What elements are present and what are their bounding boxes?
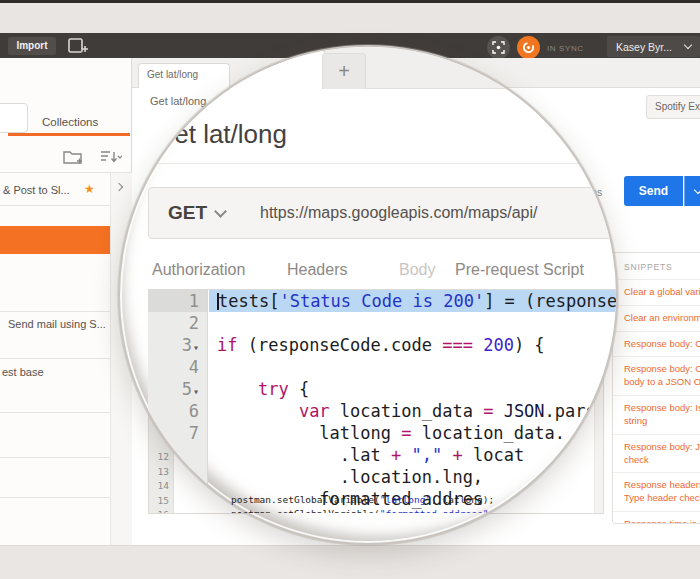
line-number: 3▾ <box>148 334 207 356</box>
snippet-item[interactable]: Response body: Is equal to a string <box>613 395 700 434</box>
divider <box>0 311 110 312</box>
new-tab-icon[interactable] <box>64 37 92 55</box>
method-dropdown[interactable]: GET <box>148 187 245 239</box>
method-label: GET <box>168 202 207 224</box>
sidebar-item-send-mail[interactable]: Send mail using S... <box>8 318 108 330</box>
in-sync-status: IN SYNC <box>547 44 584 53</box>
snippet-item[interactable]: Response headers: Content-Type header ch… <box>613 472 700 511</box>
line-number: 13 <box>149 466 169 477</box>
tab-authorization[interactable]: Authorization <box>152 261 245 279</box>
chevron-down-icon <box>684 41 692 49</box>
line-number: 14 <box>149 480 169 491</box>
sidebar-search-input[interactable] <box>0 103 28 133</box>
window-title-strip <box>0 0 700 33</box>
snippet-item[interactable]: Response body: Contains string <box>613 331 700 357</box>
divider <box>0 457 110 458</box>
line-number: 6 <box>148 400 207 422</box>
sidebar-item-selected[interactable] <box>0 226 110 254</box>
snippets-header: SNIPPETS <box>613 253 700 279</box>
request-tab-active[interactable]: Get lat/long <box>138 63 230 88</box>
send-button[interactable]: Send <box>624 176 683 206</box>
sync-status-icon[interactable] <box>517 36 540 59</box>
snippets-panel: SNIPPETS Clear a global variableClear an… <box>612 252 700 524</box>
send-options-button[interactable] <box>684 176 700 206</box>
line-number: 4 <box>148 356 207 378</box>
new-request-tab-button[interactable]: + <box>322 53 366 89</box>
request-title: Get lat/long <box>154 119 287 150</box>
code-line <box>209 356 618 378</box>
import-button[interactable]: Import <box>8 37 56 55</box>
sidebar-item-post-to-slack[interactable]: & Post to Sl... <box>3 184 81 196</box>
divider <box>0 358 110 359</box>
code-line: var location_data = JSON.parse <box>209 400 618 422</box>
window-top-edge <box>0 0 700 3</box>
line-number: 1 <box>148 290 207 312</box>
magnifier-lens: + Get lat/long GET https://maps.googleap… <box>118 45 618 545</box>
line-number: 15 <box>149 495 169 506</box>
code-line-fragment: postman.setGlobalVariable("latlong", lat… <box>231 494 494 505</box>
divider <box>120 163 618 164</box>
chevron-right-icon[interactable] <box>115 183 123 191</box>
tab-pre-request-script[interactable]: Pre-request Script <box>455 261 584 279</box>
capture-requests-icon[interactable] <box>487 36 510 59</box>
environment-selector[interactable]: Spotify Ex <box>646 95 700 119</box>
chevron-down-icon <box>693 185 700 193</box>
snippet-item[interactable]: Clear a global variable <box>613 279 700 305</box>
line-number: 12 <box>149 451 169 462</box>
snippet-item[interactable]: Clear an environment variable <box>613 305 700 331</box>
tab-collections[interactable]: Collections <box>42 116 98 128</box>
request-title-base: Get lat/long <box>150 95 208 109</box>
divider <box>0 205 110 206</box>
code-line: tests['Status Code is 200'] = (responseC… <box>209 290 618 312</box>
new-folder-icon[interactable] <box>62 148 84 166</box>
user-name: Kasey Byr... <box>616 41 685 53</box>
divider <box>0 412 110 413</box>
chevron-down-icon <box>214 205 227 218</box>
fold-arrow-icon[interactable]: ▾ <box>193 342 199 353</box>
postman-app-window: Import IN SYNC Kasey Byr... Collections … <box>0 0 700 579</box>
code-line: if (responseCode.code === 200) { <box>209 334 618 356</box>
tab-body[interactable]: Body <box>399 261 435 279</box>
code-line: try { <box>209 378 618 400</box>
tab-headers[interactable]: Headers <box>287 261 347 279</box>
sort-icon[interactable] <box>98 148 122 166</box>
line-number: 2 <box>148 312 207 334</box>
fold-arrow-icon[interactable]: ▾ <box>193 386 199 397</box>
line-number: 16 <box>149 509 169 514</box>
code-line <box>209 312 618 334</box>
footer-strip <box>0 545 700 579</box>
user-menu-button[interactable]: Kasey Byr... <box>607 36 700 57</box>
collections-active-underline <box>8 133 130 136</box>
snippet-item[interactable]: Response body: Convert XML body to a JSO… <box>613 356 700 395</box>
snippet-item[interactable]: Response body: JSON value check <box>613 434 700 473</box>
divider <box>0 497 110 498</box>
sidebar-item-test-base[interactable]: est base <box>2 366 102 378</box>
code-line: latlong = location_data. <box>209 422 618 444</box>
star-icon[interactable]: ★ <box>84 182 95 196</box>
url-input[interactable]: https://maps.googleapis.com/maps/api/ <box>244 187 614 239</box>
line-number: 5▾ <box>148 378 207 400</box>
sidebar: Collections & Post to Sl... ★ Send mail … <box>0 58 132 545</box>
snippet-item[interactable]: Response time is less than 200ms <box>613 511 700 524</box>
